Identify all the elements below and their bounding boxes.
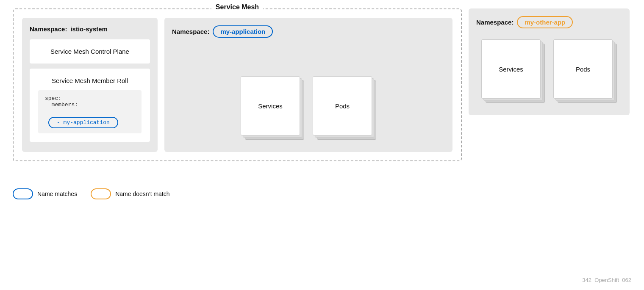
services-label-my-app: Services [258, 102, 283, 110]
namespace-header-istio: Namespace: istio-system [30, 25, 150, 33]
stacked-cards-row-my-app: Services Pods [172, 49, 445, 142]
code-line-2: members: [45, 102, 135, 108]
pods-stack-other-app: Pods [553, 39, 617, 105]
watermark: 342_OpenShift_062 [582, 277, 631, 283]
legend-item-matches: Name matches [13, 188, 77, 199]
card-front-services-other: Services [481, 39, 541, 99]
code-badge-member: - my-application [48, 117, 118, 128]
pods-stack-my-app: Pods [313, 76, 376, 142]
card-front-pods-other: Pods [553, 39, 613, 99]
card-front-services: Services [241, 76, 300, 135]
card-member-roll-title: Service Mesh Member Roll [38, 75, 142, 86]
service-mesh-container: Service Mesh Namespace: istio-system Ser… [13, 8, 462, 161]
namespace-panel-istio: Namespace: istio-system Service Mesh Con… [22, 18, 158, 152]
namespace-label-istio: Namespace: [30, 25, 67, 33]
card-front-pods: Pods [313, 76, 372, 135]
legend-oval-blue [13, 188, 33, 199]
namespace-label-other-app: Namespace: [476, 19, 514, 26]
pods-label-my-app: Pods [335, 102, 350, 110]
card-control-plane-title: Service Mesh Control Plane [38, 46, 142, 57]
services-label-other-app: Services [499, 66, 523, 73]
main-content: Service Mesh Namespace: istio-system Ser… [13, 8, 631, 199]
code-block: spec: members: - my-application [38, 90, 142, 133]
card-control-plane: Service Mesh Control Plane [30, 39, 150, 64]
services-stack-my-app: Services [241, 76, 304, 142]
namespace-label-my-app: Namespace: [172, 28, 209, 35]
code-line-1: spec: [45, 95, 135, 102]
namespace-badge-my-app: my-application [213, 25, 273, 38]
legend-item-no-match: Name doesn’t match [91, 188, 169, 199]
namespace-name-istio: istio-system [70, 25, 108, 33]
service-mesh-title: Service Mesh [211, 3, 263, 11]
legend: Name matches Name doesn’t match [13, 188, 631, 199]
namespace-badge-other-app: my-other-app [517, 16, 573, 28]
legend-label-no-match: Name doesn’t match [115, 191, 169, 197]
namespace-panel-other-app: Namespace: my-other-app Services Pods [469, 8, 630, 115]
services-stack-other-app: Services [481, 39, 545, 105]
legend-label-matches: Name matches [37, 191, 77, 197]
pods-label-other-app: Pods [576, 66, 590, 73]
namespace-header-my-app: Namespace: my-application [172, 25, 445, 38]
legend-oval-orange [91, 188, 111, 199]
namespace-panel-my-app: Namespace: my-application Services [164, 18, 452, 152]
card-member-roll: Service Mesh Member Roll spec: members: … [30, 69, 150, 142]
stacked-cards-row-other-app: Services Pods [476, 39, 622, 105]
namespace-header-other-app: Namespace: my-other-app [476, 16, 622, 28]
top-row: Service Mesh Namespace: istio-system Ser… [13, 8, 631, 174]
